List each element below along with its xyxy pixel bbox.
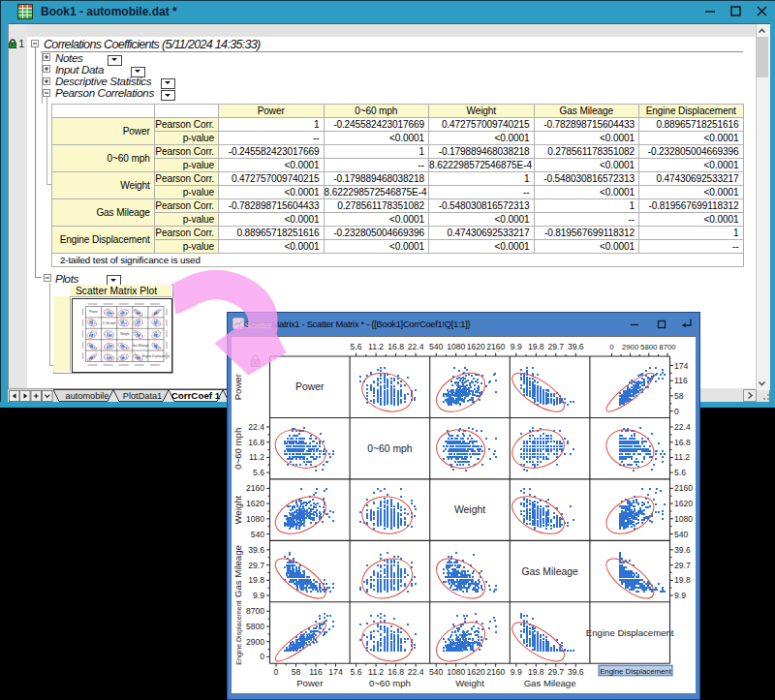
svg-text:Gas Mileage: Gas Mileage — [232, 545, 243, 597]
svg-text:0~60 mph: 0~60 mph — [368, 678, 410, 688]
svg-text:Gas Mileage: Gas Mileage — [132, 343, 148, 347]
svg-text:1080: 1080 — [674, 514, 693, 524]
svg-text:5.6: 5.6 — [674, 468, 686, 477]
svg-text:0~60 mph: 0~60 mph — [232, 428, 243, 470]
svg-text:9.9: 9.9 — [253, 591, 264, 600]
svg-text:116: 116 — [674, 376, 688, 385]
svg-text:0: 0 — [273, 667, 278, 677]
svg-text:29.7: 29.7 — [547, 342, 564, 351]
svg-text:9.9: 9.9 — [510, 667, 521, 677]
svg-text:540: 540 — [674, 530, 689, 539]
svg-text:1620: 1620 — [245, 499, 264, 508]
svg-text:1080: 1080 — [245, 514, 264, 524]
svg-text:9.9: 9.9 — [674, 591, 686, 600]
svg-text:22.4: 22.4 — [674, 422, 691, 432]
svg-text:2900: 2900 — [245, 637, 264, 647]
svg-text:11.2: 11.2 — [674, 452, 690, 462]
svg-text:0~60 mph: 0~60 mph — [367, 443, 413, 454]
svg-text:Engine Displacement: Engine Displacement — [585, 627, 673, 638]
svg-text:8700: 8700 — [659, 343, 676, 351]
svg-text:0: 0 — [674, 407, 679, 416]
svg-text:1080: 1080 — [447, 342, 465, 351]
svg-text:Gas Mileage: Gas Mileage — [521, 566, 578, 577]
svg-text:2160: 2160 — [674, 483, 693, 493]
svg-text:Weight: Weight — [453, 504, 484, 515]
svg-text:39.6: 39.6 — [674, 545, 691, 555]
svg-text:1620: 1620 — [466, 667, 484, 677]
svg-text:540: 540 — [429, 667, 444, 677]
svg-text:Weight: Weight — [232, 496, 243, 525]
svg-text:58: 58 — [674, 391, 684, 401]
svg-text:19.8: 19.8 — [527, 667, 543, 677]
svg-text:1620: 1620 — [466, 342, 484, 351]
svg-text:Weight: Weight — [120, 332, 129, 336]
svg-text:174: 174 — [674, 361, 689, 371]
svg-text:11.2: 11.2 — [368, 667, 384, 677]
svg-text:0~60 mph: 0~60 mph — [103, 320, 116, 324]
svg-text:8700: 8700 — [245, 606, 264, 616]
svg-text:1620: 1620 — [674, 499, 693, 508]
svg-text:29.7: 29.7 — [248, 561, 264, 570]
svg-text:CorrCoef 1: CorrCoef 1 — [171, 390, 221, 401]
svg-text:58: 58 — [291, 667, 300, 677]
svg-text:2160: 2160 — [486, 342, 505, 351]
svg-text:16.8: 16.8 — [388, 342, 404, 351]
svg-text:Engine Displacement: Engine Displacement — [235, 600, 243, 664]
svg-text:29.7: 29.7 — [674, 561, 691, 570]
svg-text:11.2: 11.2 — [248, 452, 264, 462]
svg-text:Weight: Weight — [455, 678, 484, 688]
svg-text:116: 116 — [309, 667, 323, 677]
svg-text:540: 540 — [429, 342, 444, 351]
svg-text:1080: 1080 — [447, 667, 465, 677]
svg-text:5800: 5800 — [245, 622, 264, 631]
svg-text:Gas Mileage: Gas Mileage — [523, 678, 575, 688]
svg-text:9.9: 9.9 — [510, 342, 521, 351]
svg-text:540: 540 — [250, 530, 264, 539]
svg-text:19.8: 19.8 — [248, 575, 264, 585]
svg-text:Engine Displacement: Engine Displacement — [600, 667, 672, 676]
svg-text:Power: Power — [296, 678, 324, 688]
svg-text:39.6: 39.6 — [567, 667, 583, 677]
svg-text:Power: Power — [89, 310, 98, 314]
svg-text:2160: 2160 — [486, 667, 505, 677]
svg-text:automobile: automobile — [66, 390, 109, 400]
svg-text:2900: 2900 — [621, 343, 638, 351]
svg-text:39.6: 39.6 — [248, 545, 264, 555]
svg-text:5.6: 5.6 — [253, 468, 264, 477]
svg-text:5800: 5800 — [640, 343, 658, 351]
svg-text:22.4: 22.4 — [407, 342, 423, 351]
svg-text:22.4: 22.4 — [248, 422, 264, 432]
svg-text:29.7: 29.7 — [547, 667, 564, 677]
svg-text:39.6: 39.6 — [567, 342, 583, 351]
svg-text:16.8: 16.8 — [388, 667, 404, 677]
svg-text:11.2: 11.2 — [368, 342, 384, 351]
svg-text:2160: 2160 — [245, 483, 264, 493]
svg-text:0: 0 — [260, 652, 264, 661]
svg-text:19.8: 19.8 — [674, 575, 691, 585]
svg-text:0: 0 — [609, 343, 614, 351]
svg-text:22.4: 22.4 — [407, 667, 423, 677]
svg-text:16.8: 16.8 — [674, 438, 691, 447]
svg-text:5.6: 5.6 — [350, 667, 361, 677]
svg-text:174: 174 — [328, 667, 343, 677]
svg-text:PlotData1: PlotData1 — [123, 390, 162, 400]
svg-text:16.8: 16.8 — [248, 438, 264, 447]
svg-text:19.8: 19.8 — [527, 342, 543, 351]
